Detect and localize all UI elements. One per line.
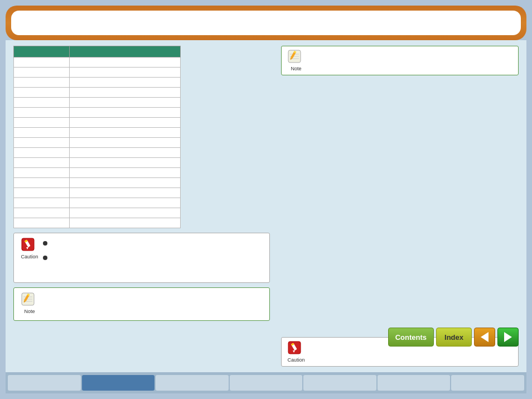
table-row xyxy=(14,198,181,208)
nav-tab-1[interactable] xyxy=(8,375,81,391)
bottom-nav xyxy=(6,372,526,393)
caution-left-content xyxy=(43,238,264,268)
bullet-item-2 xyxy=(43,253,264,260)
right-column: Note xyxy=(281,46,519,367)
data-table xyxy=(13,46,181,228)
bottom-nav-tabs xyxy=(8,375,524,391)
table-row xyxy=(14,128,181,138)
caution-icon xyxy=(21,238,38,253)
left-caution-box: Caution xyxy=(13,233,270,283)
main-area: Caution xyxy=(6,40,526,372)
table-row xyxy=(14,208,181,218)
table-row xyxy=(14,158,181,168)
table-row xyxy=(14,148,181,158)
caution-icon-wrap: Caution xyxy=(20,238,40,259)
nav-tab-2[interactable] xyxy=(82,375,155,391)
table-row xyxy=(14,138,181,148)
contents-button[interactable]: Contents xyxy=(388,328,434,347)
table-row xyxy=(14,218,181,228)
nav-tab-4[interactable] xyxy=(230,375,303,391)
prev-button[interactable] xyxy=(474,328,495,347)
table-row xyxy=(14,118,181,128)
outer-frame: Caution xyxy=(0,0,532,399)
top-bar-inner xyxy=(11,11,521,35)
next-button[interactable] xyxy=(497,328,519,347)
index-button[interactable]: Index xyxy=(436,328,472,347)
bullet-item-1 xyxy=(43,239,264,246)
table-row xyxy=(14,178,181,188)
left-column: Caution xyxy=(13,46,270,367)
note-icon-right xyxy=(288,50,304,65)
nav-tab-6[interactable] xyxy=(378,375,451,391)
table-row xyxy=(14,98,181,108)
caution-icon-right xyxy=(288,341,304,357)
note-label-left: Note xyxy=(24,309,35,314)
caution-label-right: Caution xyxy=(287,357,304,363)
table-row xyxy=(14,188,181,198)
nav-tab-3[interactable] xyxy=(156,375,229,391)
prev-arrow-icon xyxy=(481,332,489,342)
table-row xyxy=(14,168,181,178)
bullet-dot-1 xyxy=(43,241,47,246)
table-header-col1 xyxy=(14,46,70,57)
table-row xyxy=(14,68,181,78)
caution-icon-wrap-right: Caution xyxy=(286,341,306,363)
right-spacer xyxy=(281,81,519,331)
bullet-dot-2 xyxy=(43,256,47,260)
nav-tab-7[interactable] xyxy=(451,375,524,391)
table-header-col2 xyxy=(69,46,180,57)
left-note-box: Note xyxy=(13,287,270,321)
note-label-right: Note xyxy=(291,66,301,71)
content-row: Caution xyxy=(13,46,519,367)
top-bar xyxy=(6,6,526,40)
table-row xyxy=(14,88,181,98)
note-icon-left xyxy=(21,292,38,308)
right-note-box: Note xyxy=(281,46,519,75)
table-row xyxy=(14,78,181,88)
next-arrow-icon xyxy=(504,332,512,342)
note-icon-wrap-right: Note xyxy=(286,50,306,71)
table-row xyxy=(14,57,181,68)
caution-label-left: Caution xyxy=(21,254,38,259)
nav-tab-5[interactable] xyxy=(303,375,376,391)
table-row xyxy=(14,108,181,118)
note-icon-wrap-left: Note xyxy=(20,292,40,314)
bottom-right-nav: Contents Index xyxy=(388,328,519,347)
